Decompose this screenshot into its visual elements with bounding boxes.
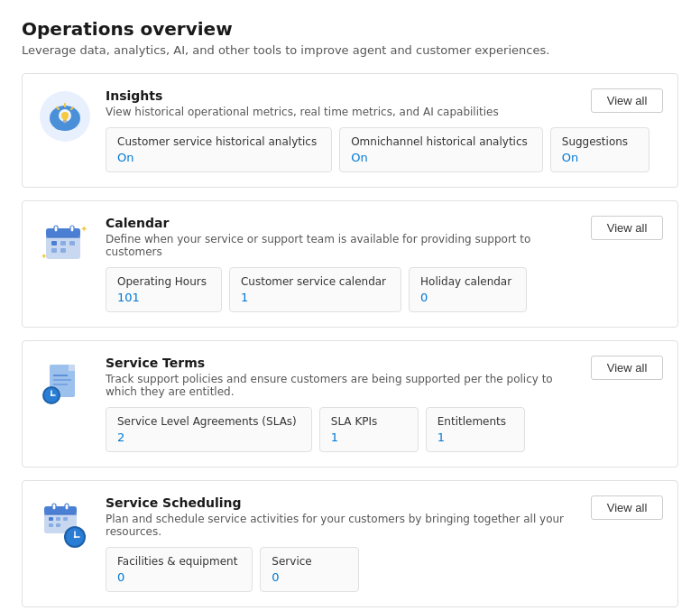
svg-line-4 (71, 107, 73, 109)
card-value: 1 (331, 430, 403, 444)
svg-rect-15 (60, 248, 66, 253)
section-service-scheduling-desc: Plan and schedule service activities for… (106, 513, 575, 538)
card-value: 1 (241, 291, 386, 304)
section-service-scheduling-title: Service Scheduling (106, 495, 575, 510)
service-terms-icon (37, 356, 93, 412)
section-service-terms-header: Service Terms Track support policies and… (106, 356, 663, 398)
svg-rect-35 (65, 504, 69, 510)
section-service-terms-title: Service Terms (106, 356, 575, 370)
svg-point-30 (51, 394, 52, 396)
card-label: Customer service calendar (241, 275, 386, 288)
svg-rect-12 (60, 241, 66, 245)
section-calendar: ✦ ✦ Calendar Define when your service or… (22, 200, 678, 328)
insights-icon (37, 88, 93, 144)
card-value: 0 (420, 291, 511, 304)
svg-rect-22 (69, 365, 75, 371)
page-subtitle: Leverage data, analytics, AI, and other … (22, 43, 678, 57)
view-all-insights-button[interactable]: View all (591, 88, 663, 113)
card-sla[interactable]: Service Level Agreements (SLAs) 2 (106, 407, 312, 452)
card-label: Facilities & equipment (117, 555, 237, 568)
card-label: Operating Hours (117, 275, 207, 288)
svg-rect-17 (70, 226, 74, 232)
view-all-calendar-button[interactable]: View all (591, 216, 663, 240)
svg-rect-36 (49, 517, 53, 521)
svg-rect-13 (69, 241, 75, 245)
card-sla-kpis[interactable]: SLA KPIs 1 (319, 407, 419, 452)
section-insights-cards: Customer service historical analytics On… (106, 127, 663, 172)
svg-rect-16 (54, 226, 58, 232)
section-insights-desc: View historical operational metrics, rea… (106, 106, 499, 118)
card-label: Customer service historical analytics (117, 135, 317, 148)
svg-rect-32 (44, 506, 77, 514)
card-label: Entitlements (438, 415, 510, 428)
section-service-scheduling: Service Scheduling Plan and schedule ser… (22, 480, 678, 607)
section-service-terms-cards: Service Level Agreements (SLAs) 2 SLA KP… (106, 407, 663, 452)
card-customer-service-calendar[interactable]: Customer service calendar 1 (229, 267, 401, 312)
card-label: Holiday calendar (420, 275, 511, 288)
card-suggestions[interactable]: Suggestions On (550, 127, 649, 172)
section-calendar-title: Calendar (106, 216, 575, 230)
calendar-icon: ✦ ✦ (37, 216, 93, 272)
section-insights-header: Insights View historical operational met… (106, 88, 663, 118)
section-service-terms-body: Service Terms Track support policies and… (106, 356, 663, 452)
card-label: Service (272, 555, 344, 568)
card-facilities-equipment[interactable]: Facilities & equipment 0 (106, 547, 253, 592)
card-value: 101 (117, 291, 207, 304)
svg-line-5 (57, 107, 59, 109)
svg-rect-11 (51, 241, 57, 245)
section-insights: Insights View historical operational met… (22, 73, 678, 188)
section-insights-body: Insights View historical operational met… (106, 88, 663, 172)
section-service-terms-desc: Track support policies and ensure custom… (106, 373, 575, 398)
page-container: Operations overview Leverage data, analy… (0, 0, 700, 611)
card-label: SLA KPIs (331, 415, 403, 428)
card-value: 0 (272, 570, 344, 584)
card-value: 1 (438, 430, 510, 444)
card-label: Omnichannel historical analytics (351, 135, 528, 148)
svg-text:✦: ✦ (41, 252, 48, 261)
section-calendar-cards: Operating Hours 101 Customer service cal… (106, 267, 663, 312)
svg-rect-37 (56, 517, 60, 521)
section-calendar-body: Calendar Define when your service or sup… (106, 216, 663, 312)
card-holiday-calendar[interactable]: Holiday calendar 0 (409, 267, 527, 312)
card-label: Suggestions (562, 135, 634, 148)
page-title: Operations overview (22, 18, 678, 40)
svg-rect-14 (51, 248, 57, 253)
svg-rect-39 (49, 523, 53, 527)
card-omnichannel-analytics[interactable]: Omnichannel historical analytics On (339, 127, 543, 172)
card-operating-hours[interactable]: Operating Hours 101 (106, 267, 222, 312)
svg-rect-34 (52, 504, 56, 510)
section-service-scheduling-header: Service Scheduling Plan and schedule ser… (106, 495, 663, 538)
card-label: Service Level Agreements (SLAs) (117, 415, 297, 428)
section-service-terms: Service Terms Track support policies and… (22, 340, 678, 468)
svg-text:✦: ✦ (80, 224, 88, 234)
card-value: On (117, 151, 317, 164)
card-value: On (351, 151, 528, 164)
card-value: 2 (117, 430, 297, 444)
section-service-scheduling-body: Service Scheduling Plan and schedule ser… (106, 495, 663, 592)
view-all-service-terms-button[interactable]: View all (591, 356, 663, 380)
view-all-scheduling-button[interactable]: View all (591, 495, 663, 520)
svg-rect-40 (56, 523, 60, 527)
card-service[interactable]: Service 0 (260, 547, 359, 592)
section-calendar-header: Calendar Define when your service or sup… (106, 216, 663, 258)
section-scheduling-cards: Facilities & equipment 0 Service 0 (106, 547, 663, 592)
svg-rect-9 (46, 228, 80, 237)
card-entitlements[interactable]: Entitlements 1 (426, 407, 525, 452)
svg-point-45 (74, 536, 76, 538)
card-value: On (562, 151, 634, 164)
scheduling-icon (37, 495, 93, 551)
card-customer-service-analytics[interactable]: Customer service historical analytics On (106, 127, 332, 172)
section-insights-title: Insights (106, 88, 499, 103)
card-value: 0 (117, 570, 237, 584)
section-calendar-desc: Define when your service or support team… (106, 233, 575, 258)
svg-rect-38 (63, 517, 68, 521)
